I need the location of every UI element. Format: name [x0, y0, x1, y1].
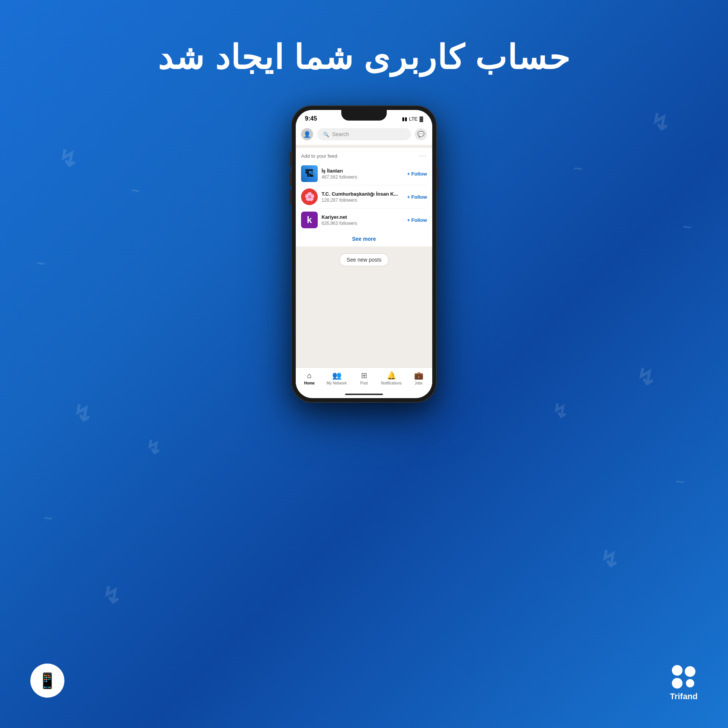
- nav-home[interactable]: ⌂ Home: [298, 371, 321, 385]
- search-icon: 🔍: [323, 132, 329, 137]
- phone-notch: [341, 110, 387, 121]
- dot-bl: [672, 678, 682, 689]
- nav-notifications-label: Notifications: [381, 381, 402, 385]
- dots-right: [685, 666, 695, 687]
- dot-tl: [672, 665, 682, 676]
- nav-home-label: Home: [304, 381, 315, 385]
- nav-notifications[interactable]: 🔔 Notifications: [380, 371, 403, 385]
- dot-br: [686, 679, 694, 687]
- feed-item-name-1: İş İlanları: [322, 168, 403, 174]
- post-icon: ⊞: [361, 371, 367, 380]
- trifand-brand-name: Trifand: [670, 692, 698, 701]
- phone-icon: 📱: [38, 672, 57, 690]
- phone-brand-icon: 📱: [30, 664, 64, 698]
- trifand-logo: Trifand: [670, 665, 698, 701]
- feed-header: Add to your feed ···: [296, 148, 432, 162]
- feed-item-name-3: Kariyer.net: [322, 214, 403, 220]
- nav-jobs-label: Jobs: [414, 381, 422, 385]
- network-icon: 👥: [332, 371, 342, 380]
- home-bar: [345, 394, 383, 395]
- feed-item-logo-construction: [301, 165, 318, 182]
- chat-icon: 💬: [417, 131, 425, 138]
- search-input-box[interactable]: 🔍 Search: [317, 128, 411, 140]
- status-time: 9:45: [305, 115, 317, 122]
- user-avatar[interactable]: 👤: [301, 128, 313, 140]
- feed-item-info-1: İş İlanları 467,562 followers: [322, 168, 403, 180]
- messages-icon[interactable]: 💬: [415, 128, 427, 140]
- feed-header-text: Add to your feed: [301, 153, 337, 159]
- feed-item-info-3: Kariyer.net 626,963 followers: [322, 214, 403, 226]
- nav-jobs[interactable]: 💼 Jobs: [407, 371, 430, 385]
- feed-item-name-2: T.C. Cumhurbaşkanlığı İnsan K...: [322, 191, 403, 197]
- battery-icon: ▓: [420, 116, 423, 122]
- feed-item-followers-3: 626,963 followers: [322, 221, 403, 226]
- avatar-icon: 👤: [303, 131, 311, 138]
- signal-icon: ▮▮: [402, 116, 407, 122]
- nav-my-network[interactable]: 👥 My Network: [325, 371, 348, 385]
- feed-item-info-2: T.C. Cumhurbaşkanlığı İnsan K... 128,287…: [322, 191, 403, 203]
- feed-more-button[interactable]: ···: [420, 152, 427, 159]
- feed-item-followers-2: 128,287 followers: [322, 198, 403, 203]
- feed-item-is-ilanlari: İş İlanları 467,562 followers + Follow: [296, 162, 432, 185]
- nav-post-label: Post: [360, 381, 368, 385]
- trifand-dots-container: [672, 665, 695, 689]
- feed-item-cumhurbaskanligi: 🌸 T.C. Cumhurbaşkanlığı İnsan K... 128,2…: [296, 185, 432, 208]
- feed-item-logo-kariyer: k: [301, 212, 318, 228]
- bottom-nav: ⌂ Home 👥 My Network ⊞ Post 🔔 Notificatio…: [296, 367, 432, 391]
- follow-button-2[interactable]: + Follow: [407, 194, 427, 200]
- feed-item-logo-flower: 🌸: [301, 188, 318, 205]
- follow-button-3[interactable]: + Follow: [407, 217, 427, 223]
- home-icon: ⌂: [307, 371, 312, 380]
- phone-outer: 9:45 ▮▮ LTE ▓ 👤 🔍 Search 💬: [292, 106, 436, 402]
- network-type: LTE: [409, 116, 418, 122]
- search-placeholder: Search: [332, 131, 349, 137]
- home-indicator: [296, 391, 432, 398]
- status-icons: ▮▮ LTE ▓: [402, 116, 423, 122]
- content-area: See new posts: [296, 246, 432, 367]
- feed-item-followers-1: 467,562 followers: [322, 174, 403, 180]
- search-bar: 👤 🔍 Search 💬: [296, 125, 432, 145]
- see-new-posts-button[interactable]: See new posts: [339, 253, 389, 266]
- phone-mockup: 9:45 ▮▮ LTE ▓ 👤 🔍 Search 💬: [292, 106, 436, 402]
- nav-network-label: My Network: [327, 381, 347, 385]
- jobs-icon: 💼: [414, 371, 424, 380]
- feed-section: Add to your feed ··· İş İlanları 467,562…: [296, 148, 432, 246]
- notifications-icon: 🔔: [387, 371, 396, 380]
- see-more-button[interactable]: See more: [296, 231, 432, 246]
- phone-screen: 9:45 ▮▮ LTE ▓ 👤 🔍 Search 💬: [296, 110, 432, 398]
- dots-left: [672, 665, 682, 689]
- feed-item-kariyer: k Kariyer.net 626,963 followers + Follow: [296, 209, 432, 231]
- follow-button-1[interactable]: + Follow: [407, 171, 427, 177]
- nav-post[interactable]: ⊞ Post: [353, 371, 375, 385]
- page-title: حساب کاربری شما ایجاد شد: [0, 38, 728, 77]
- dot-tr: [685, 666, 695, 677]
